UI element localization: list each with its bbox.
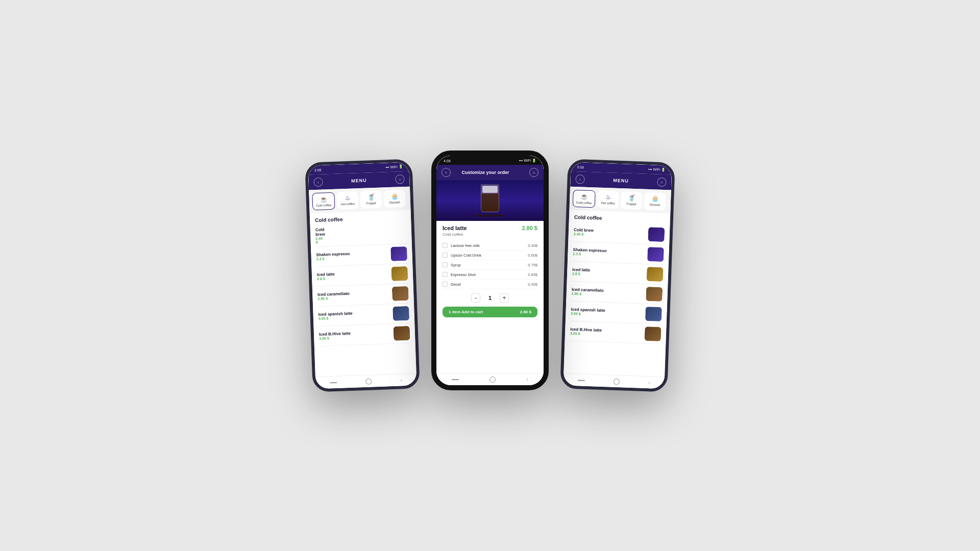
phone-right: 3:08 ▪▪▪ WiFi 🔋 ‹ MENU ○ ☕ Cold coffee ♨ [560, 159, 675, 392]
item-price-center: 2.80 $ [522, 225, 537, 231]
checkbox-syrup[interactable] [443, 262, 448, 267]
bean2 [483, 214, 487, 217]
option-price-lactose: 0.40$ [528, 243, 537, 248]
coffee-foam [482, 186, 498, 193]
back-icon-center: ‹ [446, 170, 447, 175]
android-menu-left[interactable] [330, 382, 337, 383]
dessert-icon-right: 🧁 [651, 195, 659, 203]
cat-label-cold-right: Cold coffee [576, 201, 592, 205]
android-menu-center[interactable] [452, 379, 459, 380]
item-name-center: Iced latte [443, 225, 467, 231]
cat-dessert-right[interactable]: 🧁 Dessert [644, 192, 666, 210]
menu-item-cold-brew-right[interactable]: Cold brew 2.45 $ [573, 222, 665, 245]
menu-item-spanish-left[interactable]: Iced spanish latte 3.05 $ [318, 304, 409, 327]
signal-right: ▪▪▪ WiFi 🔋 [648, 167, 666, 172]
android-home-center[interactable] [489, 377, 496, 383]
add-to-cart-btn[interactable]: 1 item Add to cart 2.80 $ [443, 307, 537, 317]
back-btn-right[interactable]: ‹ [575, 174, 585, 184]
item-img-shaken-left [390, 246, 407, 261]
menu-item-bhive-left[interactable]: Iced B.Hive latte 3.05 $ [318, 323, 410, 346]
coffee-glass [481, 184, 499, 212]
cat-label-hot-right: Hot coffee [601, 202, 615, 205]
menu-list-right: Cold brew 2.45 $ Shaken espresso 2.3 $ [565, 222, 670, 345]
cat-dessert-left[interactable]: 🧁 Dessert [383, 190, 405, 208]
menu-item-cold-brew-left[interactable]: Cold brew 2.45 $ [315, 222, 406, 247]
item-img-cold-brew-left [325, 232, 415, 235]
customize-title: Customize your order [454, 170, 517, 175]
android-back-left[interactable]: ‹ [401, 377, 403, 383]
qty-minus-btn[interactable]: - [471, 293, 480, 303]
android-home-right[interactable] [614, 378, 620, 384]
option-price-decaf: 0.40$ [528, 282, 537, 287]
option-name-espresso: Espresso Shot [451, 272, 476, 277]
coffee-beans [447, 214, 533, 217]
menu-title-left: MENU [351, 178, 367, 184]
item-info-iced-latte-right: Iced latte 2.8 $ [572, 267, 590, 276]
customize-body: Iced latte 2.80 $ Cold coffee Lactose fr… [436, 221, 544, 385]
cat-cold-coffee-right[interactable]: ☕ Cold coffee [573, 190, 596, 208]
qty-value: 1 [488, 295, 492, 301]
search-btn-left[interactable]: ○ [395, 174, 405, 184]
categories-left: ☕ Cold coffee ♨ Hot coffee 🥤 Frappé 🧁 De… [309, 187, 410, 214]
search-btn-right[interactable]: ○ [657, 178, 667, 187]
item-info-shaken-right: Shaken espresso 2.3 $ [573, 247, 606, 257]
back-btn-center[interactable]: ‹ [442, 168, 451, 177]
option-name-lactose: Lactose free milk [451, 243, 480, 248]
cat-cold-coffee-left[interactable]: ☕ Cold coffee [312, 192, 335, 211]
checkbox-decaf[interactable] [443, 282, 448, 287]
item-info-spanish-left: Iced spanish latte 3.05 $ [318, 311, 353, 320]
time-left: 3:08 [314, 168, 322, 171]
hot-coffee-icon-left: ♨ [345, 194, 350, 202]
qty-plus-btn[interactable]: + [500, 293, 509, 303]
signal-left: ▪▪▪ WiFi 🔋 [385, 165, 403, 169]
option-name-decaf: Decaf [451, 282, 461, 287]
item-name-cold-brew-left: Cold brew [315, 228, 325, 237]
option-price-espresso: 0.85$ [528, 272, 537, 277]
item-img-shaken-right [647, 247, 664, 262]
option-name-upsize: Upsize Cold Drink [451, 253, 481, 258]
menu-item-caramel-left[interactable]: Iced caramellato 2.95 $ [317, 284, 409, 307]
scene: 3:08 ▪▪▪ WiFi 🔋 ‹ MENU ○ ☕ Cold coffee ♨ [309, 156, 671, 395]
option-price-syrup: 0.75$ [528, 263, 537, 267]
menu-item-caramel-right[interactable]: Iced caramellato 2.95 $ [571, 282, 663, 305]
bean4 [494, 214, 497, 217]
checkbox-upsize[interactable] [443, 253, 448, 258]
back-btn-left[interactable]: ‹ [313, 178, 323, 187]
item-img-iced-latte-left [391, 266, 408, 281]
android-back-center[interactable]: ‹ [527, 377, 528, 382]
cat-hot-coffee-left[interactable]: ♨ Hot coffee [337, 191, 359, 209]
menu-item-spanish-right[interactable]: Iced spanish latte 3.05 $ [571, 302, 662, 324]
search-btn-center[interactable]: ○ [529, 168, 538, 177]
menu-item-shaken-right[interactable]: Shaken espresso 2.3 $ [573, 242, 664, 265]
item-category-center: Cold coffee [443, 232, 537, 237]
item-price-bhive-left: 3.05 $ [319, 336, 351, 340]
search-icon-center: ○ [533, 170, 535, 175]
phone-center: 4:08 ▪▪▪ WiFi 🔋 ‹ Customize your order ○ [431, 151, 549, 390]
cat-frappe-right[interactable]: 🥤 Frappé [621, 191, 643, 209]
item-info-cold-brew-right: Cold brew 2.45 $ [574, 228, 594, 236]
android-menu-right[interactable] [578, 380, 585, 381]
coffee-illustration [477, 184, 503, 217]
item-info-cold-brew-left: Cold brew 2.45 $ [315, 228, 326, 244]
option-syrup: Syrup 0.75$ [443, 260, 537, 270]
menu-item-shaken-left[interactable]: Shaken espresso 2.3 $ [316, 244, 407, 267]
option-lactose: Lactose free milk 0.40$ [443, 241, 537, 251]
dessert-icon-left: 🧁 [390, 192, 398, 200]
item-img-spanish-left [393, 306, 409, 321]
checkbox-lactose[interactable] [443, 243, 448, 248]
android-home-left[interactable] [365, 378, 372, 384]
item-name-iced-latte-left: Iced latte [317, 272, 335, 277]
item-img-bhive-right [645, 327, 662, 341]
android-back-right[interactable]: ‹ [648, 380, 650, 385]
menu-item-bhive-right[interactable]: Iced B.Hive latte 3.05 $ [570, 321, 661, 344]
cat-frappe-left[interactable]: 🥤 Frappé [360, 191, 382, 209]
item-price-iced-latte-left: 2.8 $ [317, 277, 335, 281]
menu-item-iced-latte-left[interactable]: Iced latte 2.8 $ [316, 264, 408, 287]
frappe-icon-left: 🥤 [367, 193, 375, 201]
menu-item-iced-latte-right[interactable]: Iced latte 2.8 $ [572, 262, 664, 285]
cold-coffee-icon-left: ☕ [320, 195, 327, 203]
cat-label-frappe-right: Frappé [627, 203, 636, 206]
checkbox-espresso[interactable] [443, 272, 448, 277]
cat-label-dessert-left: Dessert [389, 201, 400, 204]
cat-hot-coffee-right[interactable]: ♨ Hot coffee [597, 191, 619, 209]
